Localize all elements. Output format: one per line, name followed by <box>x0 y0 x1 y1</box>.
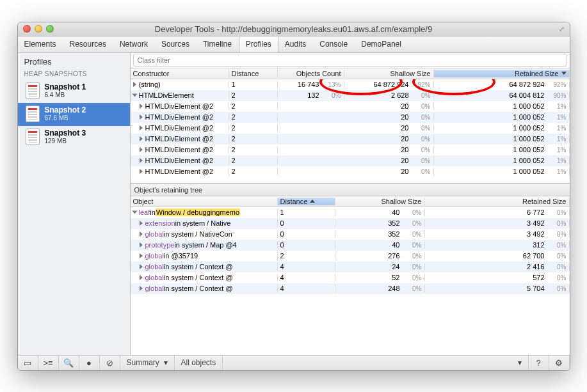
table-row[interactable]: HTMLDivElement @22200%1 000 0521% <box>131 123 570 134</box>
cell-shallow: 200% <box>344 168 434 175</box>
table-row[interactable]: HTMLDivElement @22200%1 000 0521% <box>131 112 570 123</box>
help-button[interactable]: ? <box>529 356 549 370</box>
cell-retained: 6 7720% <box>425 208 570 216</box>
search-icon[interactable]: 🔍 <box>59 356 79 370</box>
sidebar: Profiles HEAP SNAPSHOTS Snapshot 1 6.4 M… <box>18 53 131 355</box>
table-row[interactable]: global in system / Context @42480%5 7040… <box>131 283 570 294</box>
cell-retained: 2 4160% <box>425 263 570 270</box>
expand-icon[interactable]: ⤢ <box>559 25 565 33</box>
table-row[interactable]: global in system / Context @4520%5720% <box>131 272 570 283</box>
table-row[interactable]: HTMLDivElement @22200%1 000 0521% <box>131 155 570 166</box>
close-icon[interactable] <box>23 25 31 33</box>
disclosure-icon[interactable] <box>140 242 143 247</box>
upper-grid-header: Constructor Distance Objects Count Shall… <box>131 68 570 79</box>
tab-profiles[interactable]: Profiles <box>239 36 278 52</box>
cell-object: global in @35719 <box>131 252 278 260</box>
table-row[interactable]: HTMLDivElement @22200%1 000 0521% <box>131 166 570 177</box>
disclosure-icon[interactable] <box>140 136 143 141</box>
cell-distance: 2 <box>229 113 278 121</box>
disclosure-icon[interactable] <box>140 125 143 130</box>
minimize-icon[interactable] <box>35 25 42 33</box>
disclosure-icon[interactable] <box>140 231 143 237</box>
col-retained-size[interactable]: Retained Size <box>425 198 570 205</box>
col-shallow-size[interactable]: Shallow Size <box>335 198 425 205</box>
disclosure-icon[interactable] <box>140 169 143 174</box>
snapshot-item-3[interactable]: Snapshot 3 129 MB <box>18 126 130 149</box>
cell-shallow: 200% <box>344 135 434 143</box>
cell-retained: 3120% <box>425 241 570 249</box>
spacer: ▾ <box>223 356 528 370</box>
tab-console[interactable]: Console <box>313 36 355 52</box>
console-icon[interactable]: >≡ <box>38 356 59 370</box>
table-row[interactable]: HTMLDivElement @22200%1 000 0521% <box>131 145 570 155</box>
table-row[interactable]: extension in system / Native03520%3 4920… <box>131 218 570 229</box>
cell-distance: 2 <box>229 124 278 132</box>
sidebar-title: Profiles <box>18 53 130 69</box>
snapshot-item-2[interactable]: Snapshot 2 67.6 MB <box>18 103 130 126</box>
sort-asc-icon <box>310 200 315 203</box>
cell-retained: 3 4920% <box>425 230 570 238</box>
tab-sources[interactable]: Sources <box>155 36 197 52</box>
class-filter-input[interactable] <box>133 54 567 67</box>
cell-constructor: HTMLDivElement @2 <box>131 113 229 121</box>
record-icon[interactable]: ● <box>79 356 100 370</box>
clear-icon[interactable]: ⊘ <box>100 356 120 370</box>
table-row[interactable]: (string)116 74313%64 872 92492%64 872 92… <box>131 79 570 90</box>
disclosure-icon[interactable] <box>140 275 143 280</box>
lower-rows[interactable]: leaf in Window / debuggingmemo1400%6 772… <box>131 207 570 355</box>
disclosure-icon[interactable] <box>140 253 143 258</box>
cell-constructor: HTMLDivElement @2 <box>131 146 229 153</box>
table-row[interactable]: global in system / NativeCon03520%3 4920… <box>131 229 570 240</box>
cell-distance: 1 <box>229 81 278 88</box>
col-objects-count[interactable]: Objects Count <box>278 70 344 77</box>
disclosure-icon[interactable] <box>133 82 136 87</box>
cell-retained: 64 872 92492% <box>434 81 570 88</box>
view-select[interactable]: Summary ▾ <box>120 356 175 370</box>
disclosure-icon[interactable] <box>132 211 137 214</box>
sort-desc-icon <box>561 72 567 75</box>
table-row[interactable]: HTMLDivElement @22200%1 000 0521% <box>131 134 570 145</box>
disclosure-icon[interactable] <box>140 221 143 226</box>
settings-icon[interactable]: ⚙ <box>549 356 570 370</box>
tab-demopanel[interactable]: DemoPanel <box>355 36 408 52</box>
table-row[interactable]: global in system / Context @4240%2 4160% <box>131 262 570 272</box>
disclosure-icon[interactable] <box>140 104 143 109</box>
col-retained-size[interactable]: Retained Size <box>434 70 570 77</box>
tab-timeline[interactable]: Timeline <box>197 36 239 52</box>
disclosure-icon[interactable] <box>140 158 143 163</box>
snapshot-item-1[interactable]: Snapshot 1 6.4 MB <box>18 80 130 103</box>
tab-elements[interactable]: Elements <box>18 36 63 52</box>
col-shallow-size[interactable]: Shallow Size <box>344 70 434 77</box>
cell-constructor: HTMLDivElement @2 <box>131 135 229 143</box>
col-distance[interactable]: Distance <box>229 70 278 77</box>
table-row[interactable]: HTMLDivElement21320%2 6280%64 004 81290% <box>131 90 570 101</box>
cell-object: global in system / NativeCon <box>131 230 278 238</box>
tab-resources[interactable]: Resources <box>63 36 113 52</box>
upper-rows[interactable]: (string)116 74313%64 872 92492%64 872 92… <box>131 79 570 183</box>
cell-shallow: 200% <box>344 102 434 110</box>
cell-distance: 2 <box>229 91 278 99</box>
cell-shallow: 200% <box>344 146 434 153</box>
dock-icon[interactable]: ▭ <box>18 356 38 370</box>
disclosure-icon[interactable] <box>140 264 143 269</box>
filter-bar <box>131 53 570 68</box>
cell-shallow: 200% <box>344 124 434 132</box>
cell-retained: 1 000 0521% <box>434 168 570 175</box>
col-distance[interactable]: Distance <box>278 198 335 205</box>
tab-network[interactable]: Network <box>113 36 155 52</box>
disclosure-icon[interactable] <box>140 286 143 291</box>
table-row[interactable]: HTMLDivElement @22200%1 000 0521% <box>131 101 570 112</box>
disclosure-icon[interactable] <box>132 94 137 97</box>
col-constructor[interactable]: Constructor <box>131 70 229 77</box>
table-row[interactable]: prototype in system / Map @40400%3120% <box>131 240 570 251</box>
tab-audits[interactable]: Audits <box>278 36 313 52</box>
table-row[interactable]: global in @3571922760%62 7000% <box>131 251 570 262</box>
disclosure-icon[interactable] <box>140 114 143 120</box>
disclosure-icon[interactable] <box>140 147 143 152</box>
table-row[interactable]: leaf in Window / debuggingmemo1400%6 772… <box>131 207 570 218</box>
cell-shallow: 64 872 92492% <box>344 81 434 88</box>
zoom-icon[interactable] <box>46 25 54 33</box>
col-object[interactable]: Object <box>131 198 278 205</box>
cell-distance: 2 <box>229 168 278 175</box>
filter-select[interactable]: All objects <box>175 356 223 370</box>
